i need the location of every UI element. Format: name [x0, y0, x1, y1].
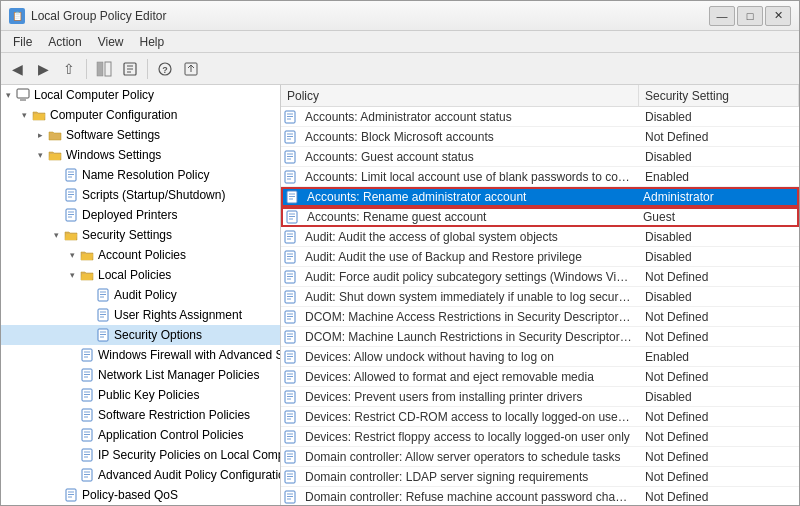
tree-toggle[interactable]: [65, 348, 79, 362]
tree-item-deployed-printers[interactable]: Deployed Printers: [1, 205, 280, 225]
security-setting: Not Defined: [639, 409, 799, 425]
help-toolbar-button[interactable]: ?: [153, 57, 177, 81]
tree-toggle[interactable]: [65, 428, 79, 442]
policy-icon: [281, 430, 299, 444]
tree-item-security-settings[interactable]: ▾Security Settings: [1, 225, 280, 245]
tree-item-account-policies[interactable]: ▾Account Policies: [1, 245, 280, 265]
menu-view[interactable]: View: [90, 33, 132, 51]
tree-label: Public Key Policies: [98, 388, 199, 402]
tree-toggle[interactable]: [81, 308, 95, 322]
tree-item-ip-security[interactable]: IP Security Policies on Local Computer: [1, 445, 280, 465]
maximize-button[interactable]: □: [737, 6, 763, 26]
svg-rect-29: [98, 309, 108, 321]
policy-icon: [281, 110, 299, 124]
tree-item-computer-configuration[interactable]: ▾Computer Configuration: [1, 105, 280, 125]
show-hide-button[interactable]: [92, 57, 116, 81]
tree-toggle[interactable]: ▾: [65, 248, 79, 262]
tree-item-name-resolution[interactable]: Name Resolution Policy: [1, 165, 280, 185]
list-body[interactable]: Accounts: Administrator account statusDi…: [281, 107, 799, 505]
close-button[interactable]: ✕: [765, 6, 791, 26]
list-row[interactable]: Devices: Restrict floppy access to local…: [281, 427, 799, 447]
tree-toggle[interactable]: ▾: [33, 148, 47, 162]
tree-toggle[interactable]: ▾: [49, 228, 63, 242]
tree-toggle[interactable]: [49, 168, 63, 182]
list-row[interactable]: Accounts: Rename administrator accountAd…: [281, 187, 799, 207]
tree-label: Scripts (Startup/Shutdown): [82, 188, 225, 202]
up-button[interactable]: ⇧: [57, 57, 81, 81]
list-row[interactable]: Domain controller: LDAP server signing r…: [281, 467, 799, 487]
tree-toggle[interactable]: ▸: [33, 128, 47, 142]
back-button[interactable]: ◀: [5, 57, 29, 81]
list-row[interactable]: Devices: Prevent users from installing p…: [281, 387, 799, 407]
tree-icon-policy: [79, 407, 95, 423]
export-button[interactable]: [179, 57, 203, 81]
list-row[interactable]: Accounts: Limit local account use of bla…: [281, 167, 799, 187]
tree-label: Local Computer Policy: [34, 88, 154, 102]
tree-toggle[interactable]: [65, 448, 79, 462]
tree-item-software-restriction[interactable]: Software Restriction Policies: [1, 405, 280, 425]
tree-panel[interactable]: ▾Local Computer Policy▾Computer Configur…: [1, 85, 281, 505]
tree-item-scripts[interactable]: Scripts (Startup/Shutdown): [1, 185, 280, 205]
list-row[interactable]: Devices: Allowed to format and eject rem…: [281, 367, 799, 387]
tree-toggle[interactable]: [65, 468, 79, 482]
properties-button[interactable]: [118, 57, 142, 81]
list-row[interactable]: Accounts: Guest account statusDisabled: [281, 147, 799, 167]
minimize-button[interactable]: —: [709, 6, 735, 26]
tree-toggle[interactable]: [49, 208, 63, 222]
tree-item-software-settings-1[interactable]: ▸Software Settings: [1, 125, 280, 145]
tree-item-app-control[interactable]: Application Control Policies: [1, 425, 280, 445]
tree-label: Advanced Audit Policy Configuration: [98, 468, 281, 482]
tree-toggle[interactable]: ▾: [65, 268, 79, 282]
security-setting: Not Defined: [639, 429, 799, 445]
list-row[interactable]: Audit: Audit the use of Backup and Resto…: [281, 247, 799, 267]
tree-item-policy-qos[interactable]: Policy-based QoS: [1, 485, 280, 505]
tree-item-local-computer-policy[interactable]: ▾Local Computer Policy: [1, 85, 280, 105]
tree-item-windows-settings[interactable]: ▾Windows Settings: [1, 145, 280, 165]
tree-item-advanced-audit[interactable]: Advanced Audit Policy Configuration: [1, 465, 280, 485]
tree-item-public-key[interactable]: Public Key Policies: [1, 385, 280, 405]
menu-action[interactable]: Action: [40, 33, 89, 51]
tree-label: Account Policies: [98, 248, 186, 262]
list-row[interactable]: Devices: Allow undock without having to …: [281, 347, 799, 367]
tree-item-user-rights[interactable]: User Rights Assignment: [1, 305, 280, 325]
tree-item-local-policies[interactable]: ▾Local Policies: [1, 265, 280, 285]
tree-toggle[interactable]: ▾: [17, 108, 31, 122]
list-row[interactable]: Devices: Restrict CD-ROM access to local…: [281, 407, 799, 427]
policy-name: Devices: Restrict CD-ROM access to local…: [299, 409, 639, 425]
header-security[interactable]: Security Setting: [639, 85, 799, 106]
svg-rect-125: [285, 391, 295, 403]
svg-rect-53: [82, 429, 92, 441]
forward-button[interactable]: ▶: [31, 57, 55, 81]
list-row[interactable]: DCOM: Machine Launch Restrictions in Sec…: [281, 327, 799, 347]
list-row[interactable]: DCOM: Machine Access Restrictions in Sec…: [281, 307, 799, 327]
tree-toggle[interactable]: [49, 488, 63, 502]
policy-icon: [281, 150, 299, 164]
tree-toggle[interactable]: [65, 388, 79, 402]
header-policy[interactable]: Policy: [281, 85, 639, 106]
tree-toggle[interactable]: [81, 288, 95, 302]
tree-toggle[interactable]: [81, 328, 95, 342]
tree-toggle[interactable]: [49, 188, 63, 202]
tree-toggle[interactable]: [65, 368, 79, 382]
tree-toggle[interactable]: ▾: [1, 88, 15, 102]
list-row[interactable]: Accounts: Rename guest accountGuest: [281, 207, 799, 227]
policy-icon: [281, 390, 299, 404]
list-row[interactable]: Domain controller: Allow server operator…: [281, 447, 799, 467]
menu-help[interactable]: Help: [132, 33, 173, 51]
list-row[interactable]: Accounts: Block Microsoft accountsNot De…: [281, 127, 799, 147]
tree-item-security-options[interactable]: Security Options: [1, 325, 280, 345]
tree-toggle[interactable]: [65, 408, 79, 422]
list-row[interactable]: Audit: Audit the access of global system…: [281, 227, 799, 247]
tree-item-windows-firewall[interactable]: Windows Firewall with Advanced Security: [1, 345, 280, 365]
svg-rect-21: [66, 209, 76, 221]
svg-rect-0: [97, 62, 103, 76]
list-row[interactable]: Audit: Shut down system immediately if u…: [281, 287, 799, 307]
list-row[interactable]: Domain controller: Refuse machine accoun…: [281, 487, 799, 505]
list-row[interactable]: Accounts: Administrator account statusDi…: [281, 107, 799, 127]
list-row[interactable]: Audit: Force audit policy subcategory se…: [281, 267, 799, 287]
svg-rect-73: [285, 131, 295, 143]
menu-file[interactable]: File: [5, 33, 40, 51]
tree-label: Deployed Printers: [82, 208, 177, 222]
tree-item-audit-policy[interactable]: Audit Policy: [1, 285, 280, 305]
tree-item-network-list[interactable]: Network List Manager Policies: [1, 365, 280, 385]
